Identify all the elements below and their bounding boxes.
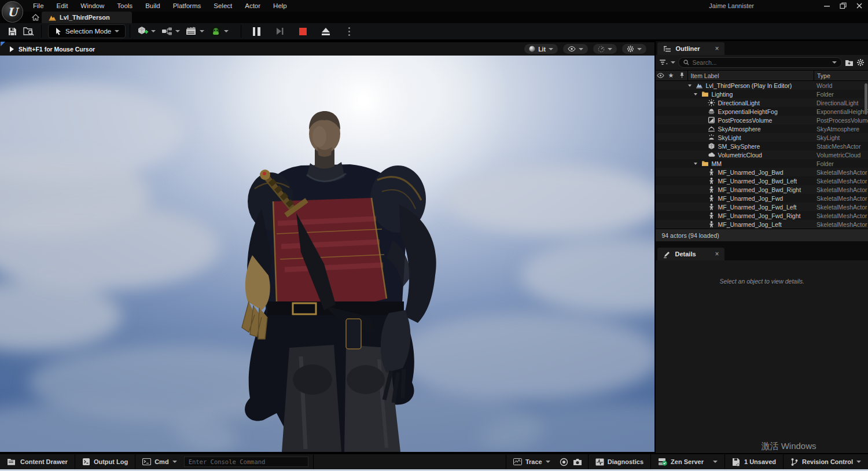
close-button[interactable]	[855, 2, 863, 10]
frame-skip-button[interactable]	[272, 24, 287, 39]
view-mode-dropdown[interactable]: Lit	[524, 44, 558, 54]
menu-item-help[interactable]: Help	[267, 1, 293, 11]
menu-item-select[interactable]: Select	[207, 1, 238, 11]
column-type[interactable]: Type	[814, 71, 868, 80]
output-log-button[interactable]: Output Log	[75, 454, 135, 469]
row-label: MF_Unarmed_Jog_Left	[718, 221, 781, 228]
outliner-row[interactable]: SkyAtmosphereSkyAtmosphere	[656, 124, 868, 133]
chevron-down-icon	[172, 461, 177, 463]
outliner-row[interactable]: MF_Unarmed_Jog_FwdSkeletalMeshActor	[656, 194, 868, 203]
outliner-row[interactable]: ExponentialHeightFogExponentialHeightFog	[656, 107, 868, 116]
outliner-row[interactable]: SM_SkySphereStaticMeshActor	[656, 142, 868, 150]
skel-icon	[708, 194, 715, 202]
outliner-row[interactable]: MF_Unarmed_Jog_Bwd_LeftSkeletalMeshActor	[656, 176, 868, 185]
selection-mode-dropdown[interactable]: Selection Mode	[48, 24, 126, 38]
filter-icon[interactable]	[659, 59, 668, 66]
row-type: StaticMeshActor	[814, 143, 868, 150]
eye-icon	[568, 46, 576, 51]
quick-add-dropdown[interactable]	[134, 24, 159, 39]
outliner-row[interactable]: MF_Unarmed_Jog_BwdSkeletalMeshActor	[656, 168, 868, 176]
outliner-row[interactable]: MF_Unarmed_Jog_Fwd_LeftSkeletalMeshActor	[656, 203, 868, 211]
tab-outliner[interactable]: Outliner ×	[657, 42, 724, 55]
diagnostics-button[interactable]: Diagnostics	[589, 454, 650, 469]
expander-arrow-icon[interactable]	[694, 163, 697, 165]
outliner-row[interactable]: DirectionalLightDirectionalLight	[656, 98, 868, 107]
row-label: Lighting	[711, 91, 733, 98]
expander-arrow-icon[interactable]	[688, 84, 692, 87]
outliner-search[interactable]	[678, 57, 842, 68]
chevron-down-icon[interactable]	[832, 61, 837, 64]
content-drawer-button[interactable]: Content Drawer	[0, 454, 75, 469]
menu-item-platforms[interactable]: Platforms	[167, 1, 208, 11]
screenshot-button[interactable]	[571, 454, 588, 469]
save-icon[interactable]	[5, 24, 20, 39]
outliner-row[interactable]: LightingFolder	[656, 90, 868, 98]
outliner-row[interactable]: MMFolder	[656, 159, 868, 168]
play-options-kebab-icon[interactable]	[341, 24, 356, 39]
chevron-down-icon	[856, 461, 861, 463]
restore-button[interactable]	[839, 2, 847, 10]
home-icon[interactable]	[29, 12, 42, 23]
viewport-settings-dropdown[interactable]	[622, 44, 646, 54]
console-command-input[interactable]	[189, 458, 304, 465]
menu-item-file[interactable]: File	[27, 1, 50, 11]
eject-button[interactable]	[318, 24, 333, 39]
row-label: SkyLight	[718, 134, 741, 141]
outliner-row[interactable]: MF_Unarmed_Jog_Bwd_RightSkeletalMeshActo…	[656, 185, 868, 194]
skylight-icon	[708, 134, 715, 141]
tab-level[interactable]: Lvl_ThirdPerson	[42, 12, 132, 23]
row-label: MF_Unarmed_Jog_Bwd_Right	[718, 186, 801, 193]
favorite-column-star-icon[interactable]: ★	[665, 72, 676, 79]
unsaved-button[interactable]: 1 Unsaved	[725, 454, 783, 469]
menu-item-edit[interactable]: Edit	[50, 1, 75, 11]
close-icon[interactable]: ×	[715, 45, 719, 52]
outliner-scrollbar[interactable]	[865, 83, 867, 115]
tab-details[interactable]: Details ×	[657, 248, 724, 260]
performance-dropdown[interactable]	[593, 44, 617, 54]
stop-button[interactable]	[295, 24, 310, 39]
zen-server-dropdown[interactable]: Zen Server	[651, 454, 724, 469]
expander-arrow-icon[interactable]	[694, 93, 697, 95]
pin-column-icon[interactable]	[676, 72, 687, 80]
asset-tab-row: Lvl_ThirdPerson	[0, 12, 868, 23]
close-icon[interactable]: ×	[715, 251, 719, 257]
blueprints-dropdown[interactable]	[159, 24, 183, 39]
view-mode-label: Lit	[538, 46, 546, 53]
menu-item-actor[interactable]: Actor	[238, 1, 267, 11]
pause-button[interactable]	[249, 24, 264, 39]
viewport-scene[interactable]	[0, 56, 654, 452]
outliner-row[interactable]: VolumetricCloudVolumetricCloud	[656, 150, 868, 159]
menu-item-window[interactable]: Window	[74, 1, 111, 11]
sun-icon	[708, 99, 715, 106]
play-modes-dropdown[interactable]	[207, 24, 231, 39]
menu-item-build[interactable]: Build	[139, 1, 167, 11]
settings-gear-icon[interactable]	[856, 58, 865, 67]
minimize-button[interactable]	[823, 2, 831, 10]
show-flags-dropdown[interactable]	[563, 44, 588, 54]
outliner-row[interactable]: MF_Unarmed_Jog_Fwd_RightSkeletalMeshActo…	[656, 211, 868, 220]
visibility-column-eye-icon[interactable]	[656, 72, 665, 79]
search-input[interactable]	[692, 59, 829, 66]
row-type: SkeletalMeshActor	[814, 178, 868, 185]
revision-control-dropdown[interactable]: Revision Control	[784, 454, 868, 469]
column-item-label[interactable]: Item Label	[687, 71, 814, 80]
console-command-box[interactable]	[184, 457, 308, 467]
panel-divider[interactable]	[656, 241, 868, 246]
chevron-down-icon	[200, 30, 204, 32]
right-dock: Outliner × ★ Item Label	[656, 41, 868, 453]
cinematics-dropdown[interactable]	[183, 24, 207, 39]
trace-dropdown[interactable]: Trace	[506, 454, 557, 469]
outliner-row[interactable]: MF_Unarmed_Jog_LeftSkeletalMeshActor	[656, 220, 868, 229]
outliner-row[interactable]: Lvl_ThirdPerson (Play In Editor)World	[656, 81, 868, 90]
insights-button[interactable]	[557, 454, 571, 469]
outliner-row[interactable]: SkyLightSkyLight	[656, 133, 868, 142]
menu-item-tools[interactable]: Tools	[111, 1, 139, 11]
level-viewport[interactable]: Shift+F1 for Mouse Cursor Lit	[0, 41, 654, 453]
outliner-row[interactable]: PostProcessVolumePostProcessVolume	[656, 116, 868, 124]
cmd-dropdown[interactable]: Cmd	[135, 454, 183, 469]
browse-content-icon[interactable]	[20, 24, 37, 39]
new-folder-icon[interactable]	[845, 59, 854, 67]
skel-icon	[708, 186, 715, 193]
chevron-down-icon[interactable]	[671, 61, 675, 64]
outliner-tab-strip: Outliner ×	[656, 41, 868, 55]
